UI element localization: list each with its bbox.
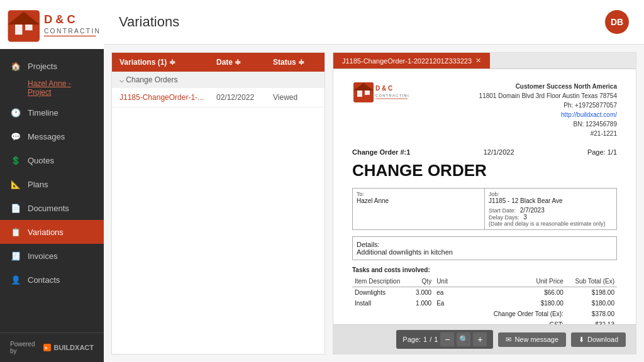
- item-qty-install: 1.000: [410, 298, 434, 309]
- company-phone: Ph: +19725877057: [479, 101, 617, 110]
- company-name: Customer Success North America: [516, 83, 617, 90]
- page-sep: /: [430, 336, 431, 343]
- cost-table: Item Description Qty Unit Unit Price Sub…: [352, 276, 617, 324]
- col-item-desc: Item Description: [352, 276, 410, 287]
- invoices-icon: 🧾: [10, 250, 21, 261]
- new-message-button[interactable]: ✉ New message: [498, 332, 566, 347]
- sidebar-label-invoices: Invoices: [28, 251, 58, 261]
- sidebar-item-timeline[interactable]: 🕐 Timeline: [0, 101, 104, 124]
- message-icon: 💬: [10, 131, 21, 142]
- search-button[interactable]: 🔍: [457, 332, 470, 346]
- item-desc-downlights: Downlights: [352, 287, 410, 299]
- item-price-install: $180.00: [453, 298, 566, 309]
- header-status: Status ≑: [273, 58, 317, 67]
- sidebar-label-plans: Plans: [28, 180, 48, 189]
- doc-company-header: D & C CONTRACTING Customer Success North…: [352, 82, 617, 138]
- avatar[interactable]: DB: [605, 10, 629, 34]
- sidebar-label-quotes: Quotes: [28, 156, 54, 165]
- item-price-downlights: $66.00: [453, 287, 566, 299]
- doc-logo: D & C CONTRACTING: [352, 82, 409, 107]
- sidebar: D & C CONTRACTING 🏠 Projects Hazel Anne …: [0, 0, 104, 362]
- document-footer: Page: 1 / 1 − 🔍 + ✉ New message ⬇ Downlo…: [333, 324, 636, 354]
- sidebar-item-hazel-sub[interactable]: Hazel Anne - Project: [0, 78, 104, 101]
- item-unit-install: Ea: [434, 298, 453, 309]
- variation-status: Viewed: [273, 93, 317, 102]
- page-current: 1: [423, 336, 427, 343]
- item-subtotal-install: $180.00: [566, 298, 617, 309]
- page-controls: Page: 1 / 1 − 🔍 +: [396, 330, 493, 349]
- quotes-icon: 💲: [10, 155, 21, 166]
- close-tab-icon[interactable]: ✕: [475, 57, 481, 65]
- content-area: Variations (1) ≑ Date ≑ Status ≑ ⌵ Chang…: [104, 45, 644, 362]
- sidebar-navigation: 🏠 Projects Hazel Anne - Project 🕐 Timeli…: [0, 49, 104, 332]
- company-acn: #21-1221: [479, 129, 617, 138]
- change-order-document: D & C CONTRACTING Customer Success North…: [352, 82, 617, 324]
- sidebar-label-hazel: Hazel Anne - Project: [28, 79, 71, 97]
- delay-days-value: 3: [523, 214, 527, 221]
- download-button[interactable]: ⬇ Download: [571, 332, 626, 347]
- company-bn: BN: 123456789: [479, 119, 617, 129]
- sidebar-item-quotes[interactable]: 💲 Quotes: [0, 148, 104, 172]
- buildxact-text: BUILDXACT: [53, 344, 94, 351]
- svg-rect-12: [365, 90, 370, 95]
- gst-row: GST: $32.13: [352, 319, 617, 324]
- change-order-meta: Change Order #:1 12/1/2022 Page: 1/1: [352, 148, 617, 156]
- to-job-table: To: Hazel Anne Job: J1185 - 12 Black Bea…: [352, 188, 617, 230]
- company-address: 11801 Domain Blvd 3rd Floor Austin Texas…: [479, 91, 617, 101]
- sidebar-item-projects[interactable]: 🏠 Projects: [0, 54, 104, 78]
- sidebar-item-plans[interactable]: 📐 Plans: [0, 172, 104, 196]
- doc-tab-bar: J1185-ChangeOrder-1-20221201Z333223 ✕: [333, 53, 636, 69]
- item-subtotal-downlights: $198.00: [566, 287, 617, 299]
- document-content: D & C CONTRACTING Customer Success North…: [333, 69, 636, 324]
- gst-value: $32.13: [566, 319, 617, 324]
- sidebar-item-variations[interactable]: 📋 Variations: [0, 220, 104, 244]
- sidebar-item-invoices[interactable]: 🧾 Invoices: [0, 244, 104, 268]
- document-panel: J1185-ChangeOrder-1-20221201Z333223 ✕: [333, 52, 636, 354]
- sidebar-logo: D & C CONTRACTING: [0, 0, 104, 49]
- item-unit-downlights: ea: [434, 287, 453, 299]
- group-change-orders: ⌵ Change Orders: [112, 72, 325, 88]
- col-unit: Unit: [434, 276, 453, 287]
- company-website: http://buildxact.com/: [479, 110, 617, 119]
- header-date: Date ≑: [216, 58, 273, 67]
- page-title: Variations: [119, 14, 179, 30]
- sidebar-label-messages: Messages: [28, 132, 65, 141]
- sidebar-label-timeline: Timeline: [28, 108, 58, 118]
- sidebar-item-documents[interactable]: 📄 Documents: [0, 196, 104, 220]
- svg-text:CONTRACTING: CONTRACTING: [375, 94, 409, 97]
- buildxact-logo: b BUILDXACT: [43, 344, 94, 351]
- buildxact-icon: b: [43, 344, 51, 351]
- zoom-out-button[interactable]: −: [440, 332, 454, 346]
- start-date-label: Start Date:: [489, 207, 516, 214]
- contacts-icon: 👤: [10, 274, 21, 285]
- cost-row-downlights: Downlights 3.000 ea $66.00 $198.00: [352, 287, 617, 299]
- company-info: Customer Success North America 11801 Dom…: [479, 82, 617, 138]
- total-ex-value: $378.00: [566, 309, 617, 319]
- cost-row-install: Install 1.000 Ea $180.00 $180.00: [352, 298, 617, 309]
- sidebar-item-messages[interactable]: 💬 Messages: [0, 124, 104, 148]
- to-label: To:: [357, 191, 480, 197]
- details-value: Additional downlights in kitchen: [357, 248, 613, 256]
- job-label: Job:: [489, 191, 613, 197]
- item-desc-install: Install: [352, 298, 410, 309]
- svg-text:D & C: D & C: [44, 13, 75, 26]
- variation-row[interactable]: J1185-ChangeOrder-1-... 02/12/2022 Viewe…: [112, 88, 325, 107]
- sidebar-label-variations: Variations: [28, 228, 64, 237]
- to-value: Hazel Anne: [357, 197, 480, 204]
- sidebar-footer: Powered by b BUILDXACT: [0, 332, 104, 362]
- col-subtotal: Sub Total (Ex): [566, 276, 617, 287]
- variations-icon: 📋: [10, 226, 21, 238]
- document-tab[interactable]: J1185-ChangeOrder-1-20221201Z333223 ✕: [333, 53, 490, 69]
- svg-text:CONTRACTING: CONTRACTING: [44, 28, 99, 35]
- sidebar-item-contacts[interactable]: 👤 Contacts: [0, 268, 104, 292]
- group-label: Change Orders: [126, 75, 177, 84]
- change-order-heading: CHANGE ORDER: [352, 161, 617, 180]
- header-name: Variations (1) ≑: [119, 58, 216, 67]
- gst-label: GST:: [453, 319, 566, 324]
- chevron-down-icon: ⌵: [119, 75, 126, 84]
- main-content: Variations DB Variations (1) ≑ Date ≑ St…: [104, 0, 644, 362]
- zoom-in-button[interactable]: +: [473, 332, 487, 346]
- details-label: Details:: [357, 241, 613, 248]
- change-order-number: Change Order #:1: [352, 148, 410, 156]
- powered-by-label: Powered by: [10, 341, 40, 354]
